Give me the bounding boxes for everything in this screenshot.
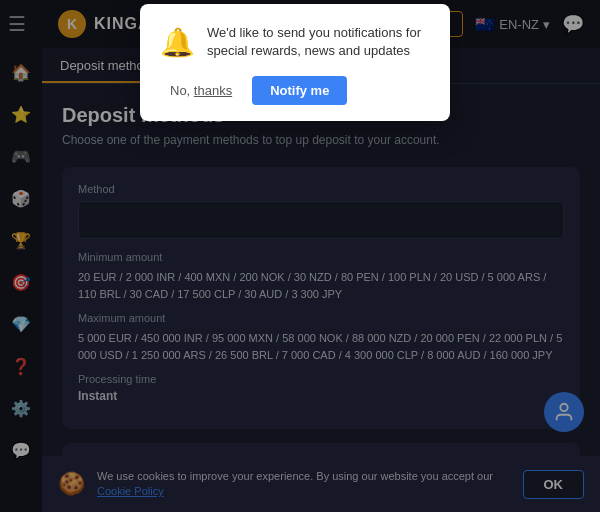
modal-header: 🔔 We'd like to send you notifications fo… bbox=[160, 24, 430, 60]
no-thanks-button[interactable]: No, thanks bbox=[160, 76, 242, 105]
modal-buttons: No, thanks Notify me bbox=[160, 76, 430, 105]
modal-text-block: We'd like to send you notifications for … bbox=[207, 24, 430, 60]
thanks-text: thanks bbox=[194, 83, 232, 98]
notification-modal: 🔔 We'd like to send you notifications fo… bbox=[140, 4, 450, 121]
modal-title: We'd like to send you notifications for … bbox=[207, 24, 430, 60]
notify-me-button[interactable]: Notify me bbox=[252, 76, 347, 105]
bell-icon: 🔔 bbox=[160, 26, 195, 59]
